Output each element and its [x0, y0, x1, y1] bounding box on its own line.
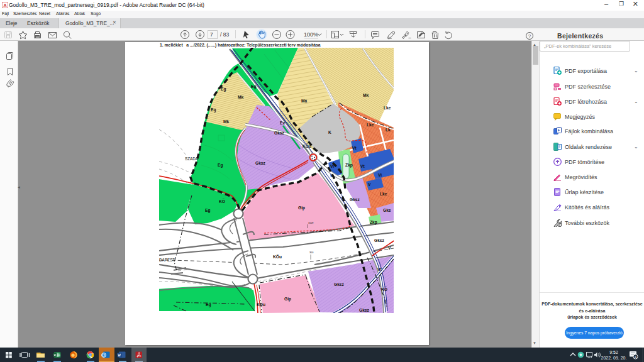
svg-text:Eg: Eg: [206, 302, 211, 307]
svg-text:9:52: 9:52: [609, 350, 618, 354]
svg-text:300: 300: [309, 251, 313, 254]
svg-text:Lk: Lk: [386, 128, 391, 132]
svg-text:Vt: Vt: [377, 267, 382, 272]
svg-text:Gksz: Gksz: [350, 197, 360, 202]
svg-text:Gksz: Gksz: [334, 282, 344, 287]
svg-text:Gksz: Gksz: [359, 308, 369, 312]
svg-text:Eg: Eg: [221, 87, 226, 92]
svg-text:Eg: Eg: [205, 208, 210, 213]
svg-text:Eg: Eg: [218, 163, 223, 168]
svg-text:Má: Má: [301, 99, 307, 103]
svg-text:Zkp: Zkp: [370, 220, 377, 225]
svg-text:KÖ: KÖ: [219, 199, 225, 204]
svg-text:DAPEST: DAPEST: [159, 258, 175, 262]
svg-text:Lke: Lke: [367, 123, 374, 127]
svg-text:Gip: Gip: [284, 297, 291, 302]
svg-text:Vt: Vt: [352, 146, 357, 150]
svg-text:Vi: Vi: [378, 173, 382, 177]
svg-text:Mk: Mk: [223, 119, 229, 124]
svg-text:Mk: Mk: [238, 95, 243, 99]
svg-text:Eg: Eg: [211, 107, 216, 112]
svg-text:SZADA: SZADA: [185, 156, 199, 161]
svg-text:Gip: Gip: [298, 206, 305, 211]
svg-text:V: V: [388, 246, 391, 250]
svg-text:Gks: Gks: [383, 208, 391, 212]
svg-text:Lke: Lke: [380, 192, 387, 196]
svg-text:KÖu: KÖu: [303, 143, 311, 148]
svg-text:1509: 1509: [308, 222, 313, 224]
svg-text:?: ?: [528, 33, 531, 39]
svg-text:KÖu: KÖu: [273, 254, 282, 259]
svg-text:Vt: Vt: [360, 164, 365, 168]
svg-text:Gksz: Gksz: [255, 161, 265, 165]
svg-text:Eg: Eg: [251, 84, 256, 89]
svg-text:Ev: Ev: [280, 121, 285, 125]
svg-text:Zkp: Zkp: [345, 163, 353, 168]
svg-text:K: K: [328, 130, 331, 134]
svg-text:Gksz: Gksz: [374, 238, 384, 243]
svg-text:Lke: Lke: [384, 106, 391, 110]
svg-text:KÖu: KÖu: [257, 302, 265, 307]
svg-text:KÖ: KÖ: [381, 287, 387, 292]
svg-text:Vi: Vi: [330, 164, 334, 168]
svg-text:Gksz: Gksz: [274, 131, 284, 135]
svg-text:Mk: Mk: [363, 93, 369, 97]
svg-text:V: V: [368, 182, 371, 187]
svg-text:2022. 09. 20.: 2022. 09. 20.: [601, 356, 627, 360]
